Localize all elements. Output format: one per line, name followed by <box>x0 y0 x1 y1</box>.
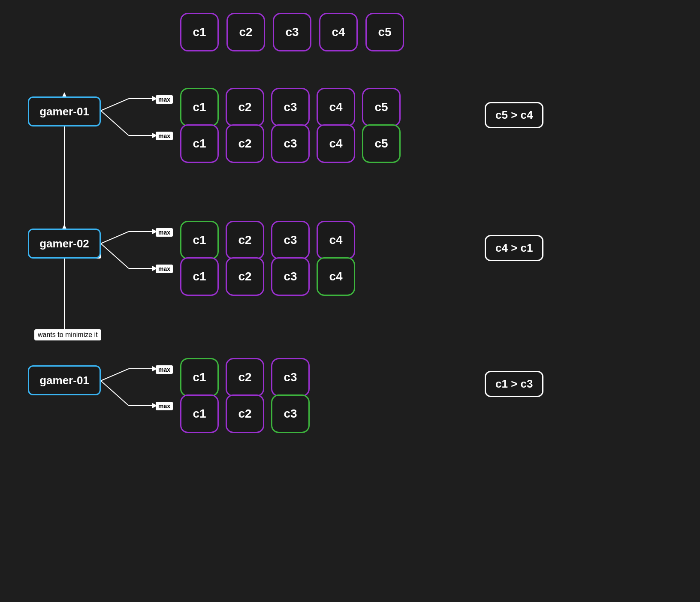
gamer-02-box-section2: gamer-02 <box>28 229 101 259</box>
s1-r1-c3: c3 <box>271 88 310 126</box>
top-card-c3: c3 <box>273 13 311 51</box>
max-label-s2r1: max <box>156 228 173 237</box>
s1-r2-c4: c4 <box>317 124 355 163</box>
s3-r1-c1: c1 <box>180 358 219 397</box>
top-card-c4: c4 <box>319 13 358 51</box>
s1-row1-choices: c1 c2 c3 c4 c5 <box>180 88 401 126</box>
s2-r1-c3: c3 <box>271 221 310 259</box>
s1-r2-c1: c1 <box>180 124 219 163</box>
s1-r1-c1: c1 <box>180 88 219 126</box>
svg-line-11 <box>101 244 129 268</box>
s2-r2-c2: c2 <box>226 257 264 296</box>
s2-r1-c1: c1 <box>180 221 219 259</box>
max-label-s3r2: max <box>156 402 173 410</box>
top-card-c5: c5 <box>365 13 404 51</box>
s3-row2-choices: c1 c2 c3 <box>180 394 310 433</box>
s1-r2-c2: c2 <box>226 124 264 163</box>
svg-line-8 <box>101 232 129 244</box>
top-card-c2: c2 <box>226 13 265 51</box>
comparison-s1: c5 > c4 <box>485 102 543 128</box>
max-label-s3r1: max <box>156 365 173 374</box>
s1-r1-c4: c4 <box>317 88 355 126</box>
svg-line-3 <box>101 111 129 135</box>
top-card-c1: c1 <box>180 13 219 51</box>
s3-r2-c3: c3 <box>271 394 310 433</box>
s1-r1-c2: c2 <box>226 88 264 126</box>
s2-r2-c3: c3 <box>271 257 310 296</box>
s3-r2-c1: c1 <box>180 394 219 433</box>
s3-r2-c2: c2 <box>226 394 264 433</box>
s3-r1-c3: c3 <box>271 358 310 397</box>
s2-r1-c4: c4 <box>317 221 355 259</box>
main-container: c1 c2 c3 c4 c5 gamer-01 max c1 c2 c3 c4 … <box>0 0 700 602</box>
max-label-s2r2: max <box>156 265 173 273</box>
minimize-label-2: wants to minimize it <box>34 329 101 340</box>
s1-row2-choices: c1 c2 c3 c4 c5 <box>180 124 401 163</box>
s2-r2-c1: c1 <box>180 257 219 296</box>
s2-r1-c2: c2 <box>226 221 264 259</box>
s3-r1-c2: c2 <box>226 358 264 397</box>
comparison-s2: c4 > c1 <box>485 235 543 261</box>
s2-r2-c4: c4 <box>317 257 355 296</box>
s1-r2-c5: c5 <box>362 124 401 163</box>
s3-row1-choices: c1 c2 c3 <box>180 358 310 397</box>
gamer-01-box-section3: gamer-01 <box>28 365 101 395</box>
s1-r1-c5: c5 <box>362 88 401 126</box>
s2-row2-choices: c1 c2 c3 c4 <box>180 257 355 296</box>
max-label-s1r2: max <box>156 132 173 140</box>
s1-r2-c3: c3 <box>271 124 310 163</box>
top-choices-row: c1 c2 c3 c4 c5 <box>180 13 404 51</box>
svg-line-0 <box>101 99 129 111</box>
svg-line-16 <box>101 369 129 381</box>
s2-row1-choices: c1 c2 c3 c4 <box>180 221 355 259</box>
comparison-s3: c1 > c3 <box>485 371 543 397</box>
gamer-01-box-section1: gamer-01 <box>28 96 101 126</box>
svg-line-19 <box>101 381 129 406</box>
max-label-s1r1: max <box>156 95 173 104</box>
